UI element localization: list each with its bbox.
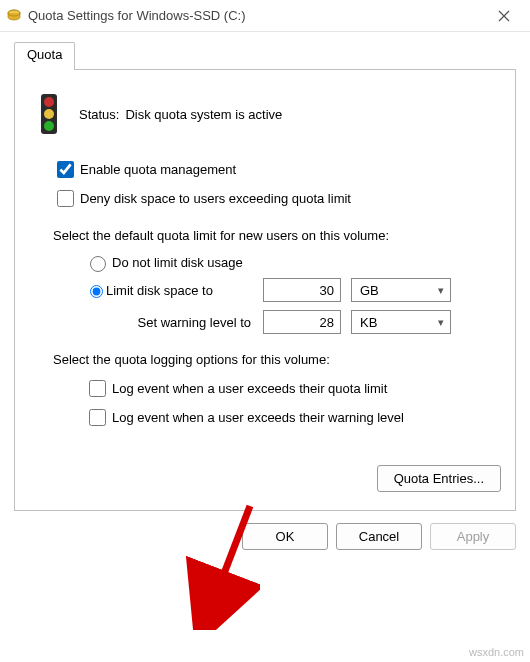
apply-button: Apply [430,523,516,550]
log-exceed-limit-row: Log event when a user exceeds their quot… [85,377,501,400]
titlebar: Quota Settings for Windows-SSD (C:) [0,0,530,32]
limit-unit-select[interactable]: GB ▾ [351,278,451,302]
limit-unit-value: GB [360,283,379,298]
tabstrip: Quota [14,42,516,70]
status-text: Disk quota system is active [125,107,282,122]
close-button[interactable] [484,1,524,31]
enable-quota-row: Enable quota management [53,158,501,181]
dialog-body: Quota Status: Disk quota system is activ… [0,32,530,511]
close-icon [498,10,510,22]
chevron-down-icon: ▾ [438,284,444,297]
traffic-light-icon [33,92,65,136]
no-limit-label: Do not limit disk usage [112,255,243,270]
no-limit-row: Do not limit disk usage [85,253,501,272]
ok-button[interactable]: OK [242,523,328,550]
limit-value-input[interactable] [263,278,341,302]
status-label: Status: [79,107,119,122]
footer-buttons: OK Cancel Apply [0,511,530,564]
log-exceed-limit-checkbox[interactable] [89,380,106,397]
chevron-down-icon: ▾ [438,316,444,329]
window-title: Quota Settings for Windows-SSD (C:) [28,8,484,23]
warning-value-input[interactable] [263,310,341,334]
log-exceed-limit-label: Log event when a user exceeds their quot… [112,381,387,396]
log-exceed-warning-label: Log event when a user exceeds their warn… [112,410,404,425]
tab-panel-quota: Status: Disk quota system is active Enab… [14,70,516,511]
no-limit-radio[interactable] [90,256,106,272]
warning-label-cell: Set warning level to [85,315,255,330]
warning-label: Set warning level to [138,315,251,330]
default-limit-section-label: Select the default quota limit for new u… [53,228,501,243]
watermark: wsxdn.com [469,646,524,658]
limit-to-radio[interactable] [90,285,103,298]
svg-point-6 [44,109,54,119]
limit-to-label: Limit disk space to [106,283,213,298]
deny-space-row: Deny disk space to users exceeding quota… [53,187,501,210]
enable-quota-label: Enable quota management [80,162,236,177]
tab-underline [14,69,516,70]
enable-quota-checkbox[interactable] [57,161,74,178]
log-exceed-warning-row: Log event when a user exceeds their warn… [85,406,501,429]
cancel-button[interactable]: Cancel [336,523,422,550]
warning-unit-value: KB [360,315,377,330]
limit-to-row: Limit disk space to [85,282,255,298]
log-exceed-warning-checkbox[interactable] [89,409,106,426]
status-row: Status: Disk quota system is active [33,92,501,136]
logging-section-label: Select the quota logging options for thi… [53,352,501,367]
disk-quota-icon [6,8,22,24]
quota-entries-button[interactable]: Quota Entries... [377,465,501,492]
limit-grid: Limit disk space to GB ▾ Set warning lev… [85,278,501,334]
deny-space-label: Deny disk space to users exceeding quota… [80,191,351,206]
svg-point-5 [44,97,54,107]
warning-unit-select[interactable]: KB ▾ [351,310,451,334]
tab-quota[interactable]: Quota [14,42,75,70]
deny-space-checkbox[interactable] [57,190,74,207]
svg-point-7 [44,121,54,131]
quota-entries-row: Quota Entries... [29,465,501,492]
